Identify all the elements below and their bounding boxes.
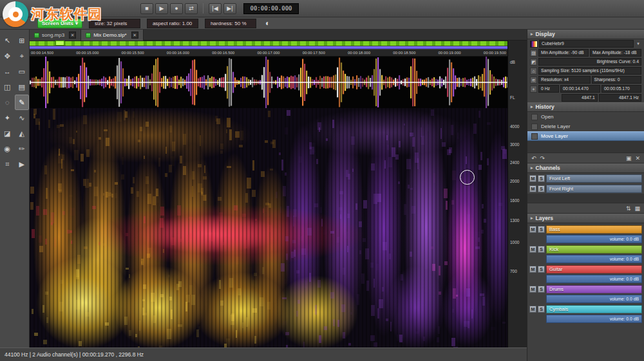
solo-button[interactable]: S [538,286,545,293]
history-section-header[interactable]: ▸ History [527,102,644,112]
channel-row-front-right[interactable]: M S Front Right [527,184,644,194]
time-length-field[interactable]: 00:00:05.170 [601,85,641,93]
copy-icon[interactable]: ▣ [626,155,632,162]
layer-row-guitar[interactable]: M S Guitar [527,264,644,274]
hardness-field[interactable]: hardness: 50 % [205,19,256,28]
sampling-size-field[interactable]: Sampling Size: 5120 samples (116ms/9Hz) [538,67,641,75]
overview-secondary-bar[interactable] [30,46,507,49]
colormap-dropdown[interactable]: CubeHebr9 [539,40,634,48]
aspect-ratio-field[interactable]: aspect ratio: 1.00 [147,19,198,28]
freq-select-tool[interactable]: ▤ [15,79,30,95]
layer-volume-row[interactable]: volume: 0.0 dB [546,315,642,323]
lasso-tool[interactable]: ◌ [0,95,15,110]
solo-button[interactable]: S [538,266,545,273]
sharpness-field[interactable]: Sharpness: 0 [592,76,642,84]
min-amplitude-field[interactable]: Min Amplitude: -90 dB [538,49,589,57]
layer-name-bar[interactable]: Bass [546,225,642,234]
history-item-open[interactable]: Open [527,112,644,122]
position-icon[interactable]: ⌖ [530,86,537,93]
layer-row-cymbals[interactable]: M S Cymbals [527,304,644,314]
channel-row-front-left[interactable]: M S Front Left [527,174,644,183]
pencil-tool[interactable]: ✏ [15,141,30,156]
record-button[interactable]: ● [170,3,183,14]
clone-tool[interactable]: ◉ [0,141,15,156]
eraser-tool[interactable]: ◪ [0,125,15,141]
tab-song-mp3[interactable]: song.mp3 ✕ [30,30,81,41]
close-icon[interactable]: ✕ [69,32,76,39]
mute-button[interactable]: M [529,185,536,192]
channel-name-bar[interactable]: Front Right [546,185,642,193]
solo-button[interactable]: S [538,226,545,233]
layer-volume-row[interactable]: volume: 0.0 dB [546,235,642,243]
layer-row-kick[interactable]: M S Kick [527,245,644,254]
mute-button[interactable]: M [529,286,536,293]
waveform-view[interactable] [30,57,507,108]
layer-volume-row[interactable]: volume: 0.0 dB [546,275,642,283]
solo-button[interactable]: S [538,246,545,253]
layer-volume-row[interactable]: volume: 0.0 dB [546,255,642,263]
scroll-tool[interactable]: ↔ [0,64,15,79]
mute-button[interactable]: M [529,226,536,233]
mute-button[interactable]: M [529,246,536,253]
harmonics-tool[interactable]: ∿ [15,110,30,125]
stop-button[interactable]: ■ [140,3,153,14]
undo-icon[interactable]: ↶ [531,155,536,162]
history-item-delete-layer[interactable]: Delete Layer [527,122,644,131]
channel-name-bar[interactable]: Front Left [546,174,642,183]
loop-button[interactable]: ⇄ [185,3,198,14]
max-amplitude-field[interactable]: Max Amplitude: -18 dB [590,49,641,57]
close-icon[interactable]: ✕ [131,32,138,39]
skip-start-button[interactable]: |◀ [209,3,222,14]
layer-name-bar[interactable]: Cymbals [546,305,642,313]
zoom-tool[interactable]: ⌖ [15,48,30,64]
overview-selection-marker[interactable] [55,41,64,46]
grid-icon[interactable]: ▦ [634,205,640,212]
layer-name-bar[interactable]: Drums [546,285,642,293]
transform-tool[interactable]: ⊞ [15,33,30,48]
layer-volume-row[interactable]: volume: 0.0 dB [546,295,642,303]
frequency-ruler[interactable]: dB FL 4000 3000 2400 2000 1600 1300 1000… [507,41,527,347]
solo-button[interactable]: S [538,185,545,192]
layer-row-drums[interactable]: M S Drums [527,284,644,294]
play-button[interactable]: ▶ [155,3,168,14]
amplify-tool[interactable]: ◭ [15,125,30,141]
layer-name-bar[interactable]: Kick [546,245,642,254]
layer-name-bar[interactable]: Guitar [546,265,642,273]
solo-button[interactable]: S [538,306,545,313]
resolution-field[interactable]: Resolution: x4 [538,76,591,84]
time-select-tool[interactable]: ◫ [0,79,15,95]
frequency-field[interactable]: 0 Hz [538,85,559,93]
frequency-value-hz-field[interactable]: 4847.1 Hz [599,94,641,102]
skip-end-button[interactable]: ▶| [223,3,236,14]
redo-icon[interactable]: ↷ [540,155,545,162]
solo-button[interactable]: S [538,175,545,182]
brightness-curve-field[interactable]: Brightness Curve: 0.4 [538,58,641,66]
tab-mix-demo[interactable]: Mix Demo.slp* ✕ [81,30,144,41]
frequency-value-field[interactable]: 4847.1 [562,94,598,102]
measure-tool[interactable]: ⌗ [0,156,15,172]
layers-section-header[interactable]: ▸ Layers [527,214,644,223]
marquee-tool[interactable]: ▭ [15,64,30,79]
sampling-icon[interactable]: ⌂ [530,68,537,75]
time-start-field[interactable]: 00:00:14.470 [560,85,600,93]
chevron-down-icon[interactable]: ▾ [635,41,641,46]
mute-button[interactable]: M [529,306,536,313]
display-section-header[interactable]: ▸ Display [527,30,644,39]
layer-row-bass[interactable]: M S Bass [527,225,644,234]
mute-button[interactable]: M [529,266,536,273]
brightness-icon[interactable]: ◩ [530,59,537,66]
playback-tool[interactable]: ▶ [15,156,30,172]
history-item-move-layer[interactable]: Move Layer [527,131,644,141]
contrast-icon[interactable]: ◐ [265,19,270,28]
resolution-icon[interactable]: ≋ [530,77,537,84]
hand-tool[interactable]: ✥ [0,48,15,64]
delete-icon[interactable]: ✕ [635,155,640,162]
amplitude-icon[interactable]: ▨ [530,50,537,57]
timeline-ruler[interactable]: 00:00:14.500 00:00:15.000 00:00:15.500 0… [30,50,507,57]
reorder-icon[interactable]: ⇅ [626,205,631,212]
spectrogram-view[interactable] [30,108,507,347]
mute-button[interactable]: M [529,175,536,182]
brush-tool[interactable]: ✎ [15,95,30,110]
select-tool[interactable]: ↖ [0,33,15,48]
channels-section-header[interactable]: ▸ Channels [527,163,644,173]
